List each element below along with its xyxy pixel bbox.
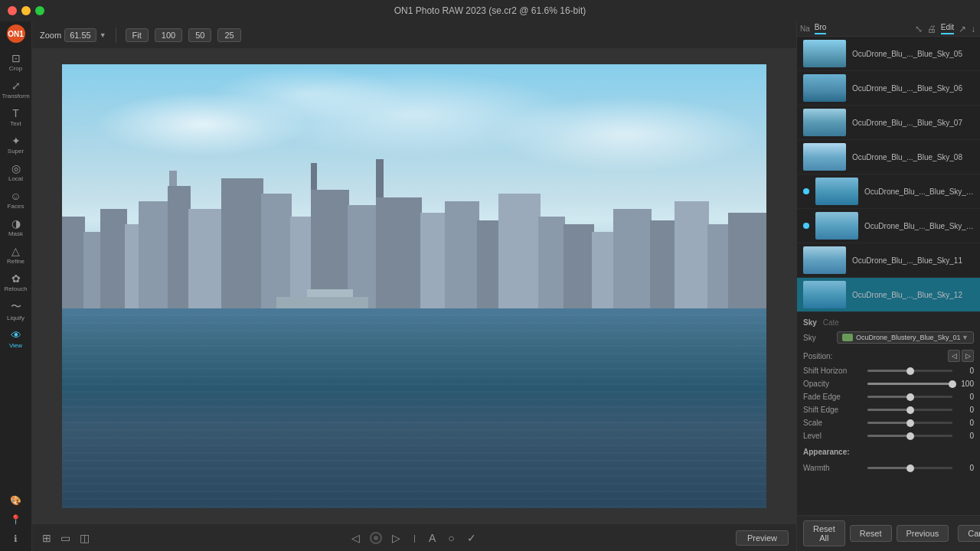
svg-rect-2 [100,209,127,308]
tool-local[interactable]: ◎ Local [2,159,31,185]
sky-item-11[interactable]: OcuDrone_Blu_..._Blue_Sky_11 [797,243,980,278]
bottom-actions: Reset All Reset Previous Cancel Done [797,515,980,551]
shift-horizon-row: Shift Horizon 0 [803,367,974,375]
fade-edge-label: Fade Edge [803,393,864,401]
level-value: 0 [956,432,974,440]
tool-text[interactable]: T Text [2,104,31,130]
share-icon[interactable]: ↗ [959,24,966,34]
scale-value: 0 [956,419,974,427]
photo-canvas [62,64,766,508]
svg-rect-5 [168,186,191,308]
svg-rect-29 [307,289,353,297]
cate-label: Cate [823,318,839,327]
photo-toolbar: Zoom 61.55 ▼ Fit 100 50 25 [32,21,796,49]
zoom-value[interactable]: 61.55 [64,28,96,42]
edit-tab[interactable]: Edit [941,23,954,34]
warmth-slider[interactable] [867,467,952,469]
tool-retouch[interactable]: ✿ Retouch [2,269,31,295]
sky-item-05[interactable]: OcuDrone_Blu_..._Blue_Sky_05 [797,37,980,71]
warmth-thumb[interactable] [906,465,914,472]
tool-mask[interactable]: ◑ Mask [2,214,31,240]
on1-logo[interactable]: ON1 [7,24,25,43]
tool-refine[interactable]: △ Refine [2,242,31,268]
tool-retouch-label: Retouch [5,285,28,292]
refine-icon: △ [11,245,20,257]
chevron-down-icon[interactable]: ▼ [100,31,106,39]
tool-bottom-2[interactable]: 📍 [2,511,31,529]
tool-crop[interactable]: ⊡ Crop [2,49,31,75]
zoom-100-button[interactable]: 100 [155,28,182,42]
position-left-button[interactable]: ◁ [948,350,960,362]
print-icon[interactable]: 🖨 [927,24,936,34]
grid-view-button[interactable]: ⊞ [40,530,54,546]
level-thumb[interactable] [906,432,914,440]
svg-rect-21 [564,224,594,308]
resize-icon[interactable]: ⤡ [915,24,923,34]
sky-item-06[interactable]: OcuDrone_Blu_..._Blue_Sky_06 [797,71,980,106]
svg-rect-1 [83,232,103,308]
tool-bottom-1[interactable]: 🎨 [2,492,31,510]
tool-liquify[interactable]: 〜 Liquify [2,297,31,324]
previous-button[interactable]: Previous [897,525,949,542]
opacity-thumb[interactable] [949,380,956,388]
tool-transform[interactable]: ⤢ Transform [2,77,31,103]
sky-selector-dropdown[interactable]: OcuDrone_Blustery_Blue_Sky_01 ▼ [837,331,974,344]
sky-item-09[interactable]: OcuDrone_Blu_..._Blue_Sky_09 [797,174,980,209]
scale-thumb[interactable] [906,419,914,427]
sky-color-dot [842,334,853,341]
zoom-label: Zoom [40,31,61,40]
check-button[interactable]: ✓ [465,530,479,546]
svg-rect-15 [376,159,384,197]
preview-button[interactable]: Preview [736,530,789,546]
nav-tab[interactable]: Na [800,24,810,33]
fade-edge-slider[interactable] [867,396,952,398]
shift-horizon-thumb[interactable] [906,367,914,375]
sky-item-10[interactable]: OcuDrone_Blu_..._Blue_Sky_10 [797,209,980,243]
tool-super[interactable]: ✦ Super [2,132,31,158]
zoom-50-button[interactable]: 50 [188,28,211,42]
shift-horizon-value: 0 [956,367,974,375]
scale-row: Scale 0 [803,419,974,427]
liquify-icon: 〜 [11,300,21,314]
single-view-button[interactable]: ▭ [58,530,73,546]
square-a-button[interactable]: A [426,530,438,546]
shift-edge-thumb[interactable] [906,406,914,414]
zoom-25-button[interactable]: 25 [217,28,240,42]
opacity-slider[interactable] [867,383,952,385]
reset-button[interactable]: Reset [850,525,892,542]
svg-rect-14 [376,197,422,308]
compare-view-button[interactable]: ◫ [77,530,92,546]
sky-item-08[interactable]: OcuDrone_Blu_..._Blue_Sky_08 [797,140,980,174]
sky-thumb-12 [803,281,846,308]
position-right-button[interactable]: ▷ [962,350,974,362]
cancel-button[interactable]: Cancel [958,525,980,542]
shift-horizon-slider[interactable] [867,370,952,372]
close-button[interactable] [8,6,17,15]
fade-edge-thumb[interactable] [906,393,914,401]
svg-rect-7 [188,209,223,308]
next-photo-button[interactable]: ▷ [390,530,403,546]
tool-bottom-3[interactable]: ℹ [2,530,31,548]
tool-view[interactable]: 👁 View [2,326,31,352]
browse-tab[interactable]: Bro [815,23,827,34]
tool-faces[interactable]: ☺ Faces [2,187,31,213]
prev-photo-button[interactable]: ◁ [349,530,362,546]
maximize-button[interactable] [35,6,44,15]
sky-item-12[interactable]: OcuDrone_Blu_..._Blue_Sky_12 [797,278,980,312]
export-icon[interactable]: ↓ [971,24,975,34]
circle-button[interactable] [370,532,382,544]
sky-name-06: OcuDrone_Blu_..._Blue_Sky_06 [852,84,974,93]
warmth-label: Warmth [803,464,864,472]
minimize-button[interactable] [21,6,31,15]
level-slider[interactable] [867,435,952,437]
circle-o-button[interactable]: ○ [446,530,456,546]
reset-all-button[interactable]: Reset All [803,520,845,546]
svg-rect-23 [613,209,652,308]
svg-rect-24 [650,220,677,308]
shift-edge-slider[interactable] [867,409,952,411]
sky-item-07[interactable]: OcuDrone_Blu_..._Blue_Sky_07 [797,106,980,140]
fit-button[interactable]: Fit [126,28,149,42]
city-photo [62,64,766,508]
scale-slider[interactable] [867,422,952,424]
skyline-svg [62,155,766,308]
